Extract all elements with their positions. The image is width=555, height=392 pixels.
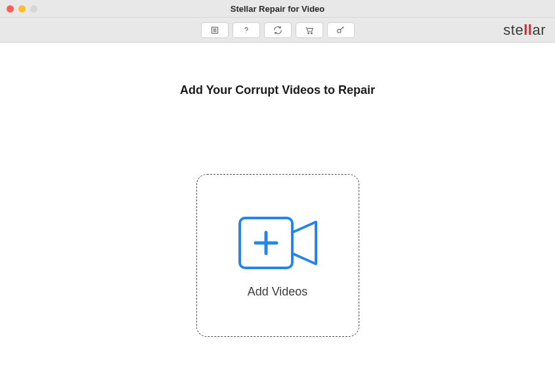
dropzone-label: Add Videos (248, 285, 308, 299)
add-videos-dropzone[interactable]: Add Videos (196, 174, 359, 337)
brand-text-suffix: ar (532, 22, 546, 39)
brand-text-ll: ll (523, 22, 532, 39)
help-icon (241, 25, 252, 35)
svg-marker-9 (292, 222, 316, 264)
svg-point-5 (307, 32, 309, 33)
toolbar: stellar (0, 18, 555, 43)
brand-logo: stellar (503, 22, 546, 39)
key-icon (336, 25, 346, 35)
content-area: Add Your Corrupt Videos to Repair Add Vi… (0, 83, 555, 392)
toolbar-buttons (201, 22, 355, 38)
help-button[interactable] (233, 22, 260, 38)
titlebar: Stellar Repair for Video (0, 0, 555, 18)
minimize-window-button[interactable] (18, 5, 26, 12)
activate-button[interactable] (327, 22, 355, 38)
cart-icon (304, 25, 315, 35)
svg-point-6 (311, 32, 312, 33)
refresh-icon (273, 25, 283, 35)
brand-text-prefix: ste (503, 22, 523, 39)
list-button[interactable] (201, 22, 229, 38)
refresh-button[interactable] (264, 22, 292, 38)
window-title: Stellar Repair for Video (0, 4, 555, 14)
window-controls (0, 5, 37, 12)
video-camera-plus-icon (234, 213, 321, 276)
buy-button[interactable] (296, 22, 323, 38)
close-window-button[interactable] (7, 5, 14, 12)
list-icon (210, 25, 220, 35)
page-heading: Add Your Corrupt Videos to Repair (0, 83, 555, 97)
maximize-window-button[interactable] (30, 5, 37, 12)
svg-point-7 (337, 29, 340, 32)
svg-point-4 (246, 32, 246, 33)
